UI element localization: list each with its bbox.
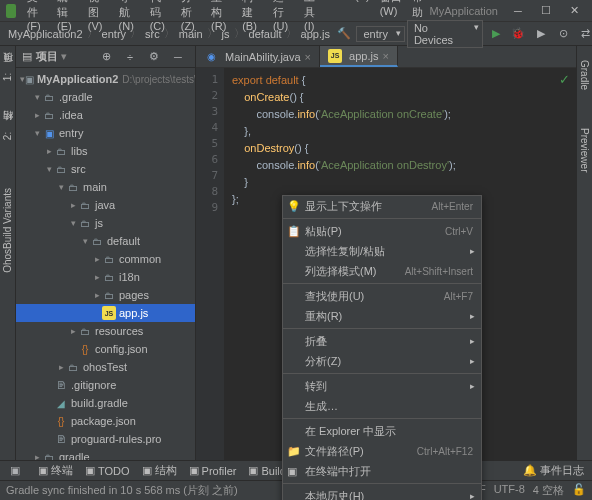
tab-icon: ▣	[189, 464, 199, 477]
tree-item[interactable]: {}package.json	[16, 412, 195, 430]
menu-separator	[283, 418, 481, 419]
tree-item[interactable]: ▸🗀.idea	[16, 106, 195, 124]
context-menu-item[interactable]: 在 Explorer 中显示	[283, 421, 481, 441]
tree-item[interactable]: {}config.json	[16, 340, 195, 358]
status-message: Gradle sync finished in 10 s 568 ms (片刻 …	[6, 483, 238, 498]
breadcrumb-item[interactable]: js	[218, 28, 234, 40]
menu-separator	[283, 218, 481, 219]
select-opened-icon[interactable]: ⊕	[95, 47, 117, 67]
debug-button[interactable]: 🐞	[508, 24, 529, 44]
maximize-button[interactable]: ☐	[534, 2, 558, 20]
app-logo-icon	[6, 4, 16, 18]
editor-tabs: ◉MainAbility.java×JSapp.js×	[196, 46, 576, 68]
hide-icon[interactable]: ─	[167, 47, 189, 67]
tree-item[interactable]: JSapp.js	[16, 304, 195, 322]
folder-icon: 🗀	[42, 90, 56, 104]
breadcrumb-item[interactable]: default	[245, 28, 286, 40]
context-menu-item[interactable]: ▣在终端中打开	[283, 461, 481, 481]
context-menu-item[interactable]: 列选择模式(M)Alt+Shift+Insert	[283, 261, 481, 281]
profile-button[interactable]: ⊙	[553, 24, 574, 44]
tree-item[interactable]: ◢build.gradle	[16, 394, 195, 412]
tree-item[interactable]: ▸🗀ohosTest	[16, 358, 195, 376]
context-menu-item[interactable]: 折叠	[283, 331, 481, 351]
project-panel: ▤ 项目 ▾ ⊕ ÷ ⚙ ─ ▾▣MyApplication2D:\projec…	[16, 46, 196, 460]
breadcrumb-item[interactable]: main	[175, 28, 207, 40]
bottom-tab[interactable]: ▣终端	[34, 463, 77, 478]
tree-item[interactable]: ▸🗀java	[16, 196, 195, 214]
run-button[interactable]: ▶	[485, 24, 506, 44]
tool-window-icon[interactable]: ▣	[4, 461, 26, 481]
tool-window-tab[interactable]: OhosBuild Variants	[2, 184, 13, 277]
tab-icon: ▣	[38, 464, 48, 477]
tab-icon: ▣	[248, 464, 258, 477]
editor-tab[interactable]: JSapp.js×	[320, 46, 398, 67]
folder-icon: 🗀	[102, 288, 116, 302]
tree-root[interactable]: ▾▣MyApplication2D:\projects\tests\MyA	[16, 70, 195, 88]
menu-item-icon: 📁	[287, 445, 301, 458]
right-gutter: GradlePreviewer	[576, 46, 592, 460]
indent[interactable]: 4 空格	[533, 483, 564, 498]
close-tab-icon[interactable]: ×	[305, 51, 311, 63]
tree-item[interactable]: ▸🗀common	[16, 250, 195, 268]
tree-item[interactable]: ▾🗀js	[16, 214, 195, 232]
minimize-button[interactable]: ─	[506, 2, 530, 20]
coverage-button[interactable]: ▶	[530, 24, 551, 44]
tool-window-tab[interactable]: 1: 项目	[1, 66, 15, 85]
context-menu-item[interactable]: 转到	[283, 376, 481, 396]
attach-button[interactable]: ⇄	[575, 24, 592, 44]
tool-window-tab[interactable]: 2: 结构	[1, 125, 15, 144]
breadcrumb-item[interactable]: entry	[98, 28, 130, 40]
project-tree[interactable]: ▾▣MyApplication2D:\projects\tests\MyA▾🗀.…	[16, 68, 195, 460]
device-dropdown[interactable]: No Devices	[407, 20, 483, 48]
tree-item[interactable]: 🖹.gitignore	[16, 376, 195, 394]
tree-item[interactable]: ▾🗀default	[16, 232, 195, 250]
tree-item[interactable]: ▾🗀main	[16, 178, 195, 196]
tool-window-tab[interactable]: Gradle	[579, 56, 590, 94]
hammer-icon[interactable]: 🔨	[334, 24, 355, 44]
panel-title: 项目	[36, 49, 58, 64]
context-menu-item[interactable]: 📁文件路径(P)Ctrl+Alt+F12	[283, 441, 481, 461]
editor-tab[interactable]: ◉MainAbility.java×	[196, 46, 320, 67]
folder-icon: 🗀	[102, 270, 116, 284]
bottom-tab[interactable]: ▣结构	[138, 463, 181, 478]
settings-icon[interactable]: ⚙	[143, 47, 165, 67]
context-menu-item[interactable]: 选择性复制/粘贴	[283, 241, 481, 261]
close-tab-icon[interactable]: ×	[382, 50, 388, 62]
tree-item[interactable]: ▸🗀i18n	[16, 268, 195, 286]
breadcrumb-item[interactable]: src	[141, 28, 164, 40]
module-icon: ▣	[42, 126, 56, 140]
context-menu-item[interactable]: 查找使用(U)Alt+F7	[283, 286, 481, 306]
folder-icon: 🗀	[78, 324, 92, 338]
context-menu-item[interactable]: 💡显示上下文操作Alt+Enter	[283, 196, 481, 216]
folder-icon: 🗀	[66, 180, 80, 194]
folder-icon: 🗀	[78, 216, 92, 230]
encoding[interactable]: UTF-8	[494, 483, 525, 498]
context-menu-item[interactable]: 生成…	[283, 396, 481, 416]
tree-item[interactable]: ▸🗀pages	[16, 286, 195, 304]
breadcrumb-item[interactable]: app.js	[297, 28, 334, 40]
bottom-tab[interactable]: ▣Profiler	[185, 463, 241, 478]
context-menu-item[interactable]: 分析(Z)	[283, 351, 481, 371]
event-log-tab[interactable]: 🔔 事件日志	[519, 463, 588, 478]
tree-item[interactable]: ▸🗀libs	[16, 142, 195, 160]
collapse-icon[interactable]: ÷	[119, 47, 141, 67]
folder-icon: 🗀	[78, 198, 92, 212]
close-button[interactable]: ✕	[562, 2, 586, 20]
readonly-icon[interactable]: 🔓	[572, 483, 586, 498]
bottom-tab[interactable]: ▣TODO	[81, 463, 134, 478]
tree-item[interactable]: ▾🗀src	[16, 160, 195, 178]
js-file-icon: JS	[328, 49, 342, 63]
tree-item[interactable]: ▾🗀.gradle	[16, 88, 195, 106]
inspection-ok-icon[interactable]: ✓	[559, 72, 570, 87]
context-menu-item[interactable]: 本地历史(H)	[283, 486, 481, 500]
context-menu-item[interactable]: 📋粘贴(P)Ctrl+V	[283, 221, 481, 241]
tree-item[interactable]: ▸🗀resources	[16, 322, 195, 340]
run-config-dropdown[interactable]: entry	[356, 26, 404, 42]
tree-item[interactable]: ▸🗀gradle	[16, 448, 195, 460]
tree-item[interactable]: 🖹proguard-rules.pro	[16, 430, 195, 448]
tool-window-tab[interactable]: Previewer	[579, 124, 590, 176]
breadcrumb-item[interactable]: MyApplication2	[4, 28, 87, 40]
tree-item[interactable]: ▾▣entry	[16, 124, 195, 142]
json-file-icon: {}	[54, 414, 68, 428]
context-menu-item[interactable]: 重构(R)	[283, 306, 481, 326]
